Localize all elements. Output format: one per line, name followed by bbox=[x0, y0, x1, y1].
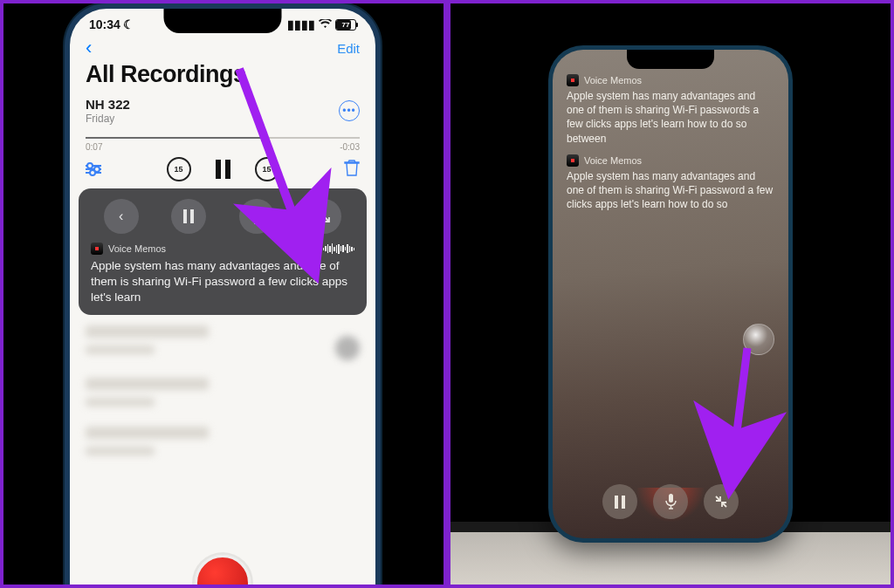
iphone-device-right: Voice Memos Apple system has many advant… bbox=[548, 45, 793, 543]
iphone-device-left: 10:34 ☾ ▮▮▮▮ 77 ‹ bbox=[65, 3, 381, 588]
card-app-name: Voice Memos bbox=[584, 75, 642, 85]
transcription-card: Voice Memos Apple system has many advant… bbox=[567, 154, 774, 212]
overlay-mic-button[interactable] bbox=[239, 199, 274, 234]
phone-screen-left: 10:34 ☾ ▮▮▮▮ 77 ‹ bbox=[70, 9, 375, 588]
overlay-pause-button[interactable] bbox=[171, 199, 206, 234]
right-panel: Voice Memos Apple system has many advant… bbox=[447, 0, 894, 588]
page-title: All Recordings bbox=[70, 59, 375, 95]
phone-screen-right: Voice Memos Apple system has many advant… bbox=[553, 50, 788, 538]
voice-memos-app-icon bbox=[91, 243, 103, 255]
nav-bar: ‹ Edit bbox=[70, 31, 375, 59]
svg-rect-0 bbox=[254, 209, 258, 217]
overlay-app-name: Voice Memos bbox=[108, 243, 166, 254]
waveform-icon bbox=[323, 243, 355, 254]
voice-memos-app-icon bbox=[567, 74, 579, 86]
card-app-name: Voice Memos bbox=[584, 155, 642, 166]
transport-controls: 15 15 bbox=[70, 157, 375, 188]
blurred-list bbox=[70, 315, 375, 474]
time-elapsed: 0:07 bbox=[86, 142, 102, 152]
overlay-back-button[interactable]: ‹ bbox=[104, 199, 139, 234]
card-text: Apple system has many advantages and one… bbox=[567, 169, 774, 212]
time-remaining: -0:03 bbox=[340, 142, 360, 152]
skip-back-button[interactable]: 15 bbox=[167, 157, 191, 181]
options-icon[interactable] bbox=[86, 165, 101, 174]
battery-percent: 77 bbox=[336, 20, 355, 30]
edit-button[interactable]: Edit bbox=[337, 41, 360, 56]
left-panel: 10:34 ☾ ▮▮▮▮ 77 ‹ bbox=[0, 0, 447, 588]
pause-button[interactable] bbox=[216, 160, 230, 179]
fullscreen-pause-button[interactable] bbox=[602, 484, 637, 519]
transcription-cards: Voice Memos Apple system has many advant… bbox=[553, 50, 788, 211]
comparison-frame: 10:34 ☾ ▮▮▮▮ 77 ‹ bbox=[0, 0, 894, 588]
svg-rect-2 bbox=[669, 494, 673, 503]
fullscreen-collapse-button[interactable] bbox=[704, 484, 739, 519]
playback-scrubber[interactable] bbox=[86, 137, 360, 139]
moon-icon: ☾ bbox=[123, 17, 134, 31]
recording-item[interactable]: NH 322 Friday ••• bbox=[70, 95, 375, 125]
overlay-expand-button[interactable] bbox=[306, 199, 341, 234]
record-button[interactable] bbox=[195, 555, 251, 588]
voice-memos-app-icon bbox=[567, 154, 579, 167]
assistive-touch-button[interactable] bbox=[743, 324, 774, 355]
card-text: Apple system has many advantages and one… bbox=[567, 89, 774, 146]
delete-button[interactable] bbox=[344, 159, 360, 181]
notch bbox=[627, 50, 714, 69]
recording-name: NH 322 bbox=[86, 97, 130, 112]
signal-icon: ▮▮▮▮ bbox=[287, 17, 315, 31]
live-transcription-overlay: ‹ Voice Memos bbox=[79, 188, 367, 315]
recording-subtitle: Friday bbox=[86, 113, 130, 125]
transcription-card: Voice Memos Apple system has many advant… bbox=[567, 74, 774, 146]
notch bbox=[164, 9, 282, 33]
more-options-button[interactable]: ••• bbox=[339, 100, 360, 121]
transcription-text: Apple system has many advantages and one… bbox=[87, 258, 358, 306]
fullscreen-mic-button[interactable] bbox=[653, 484, 688, 519]
status-time: 10:34 bbox=[89, 17, 120, 31]
skip-forward-button[interactable]: 15 bbox=[255, 157, 279, 181]
back-button[interactable]: ‹ bbox=[86, 37, 92, 59]
battery-icon: 77 bbox=[335, 19, 356, 31]
wifi-icon bbox=[319, 17, 332, 31]
fullscreen-controls bbox=[553, 484, 788, 519]
